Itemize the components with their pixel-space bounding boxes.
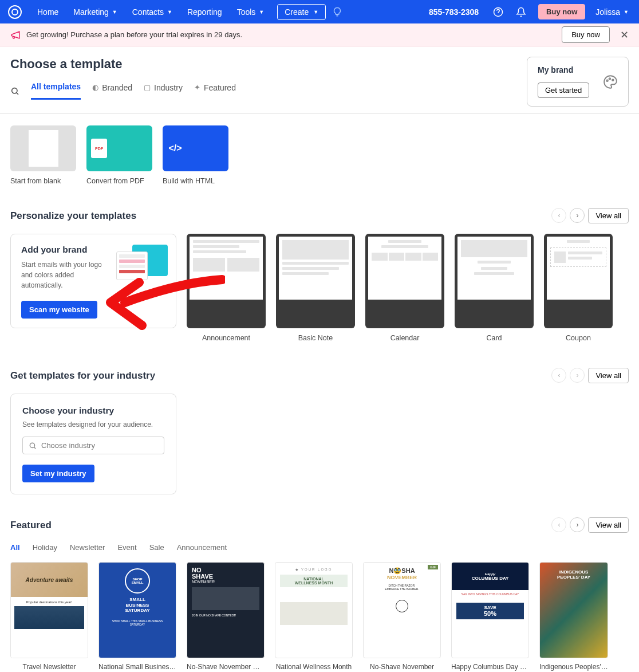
search-icon[interactable] (10, 87, 19, 96)
prev-button[interactable]: ‹ (551, 208, 566, 223)
feat-noshave-news[interactable]: NOSHAVENOVEMBERJOIN OUR NO SHAVE CONTEST… (187, 562, 265, 671)
phone-number: 855-783-2308 (429, 7, 479, 17)
template-label: Basic Note (276, 334, 355, 342)
feat-label: National Small Business S... (98, 663, 176, 671)
ftab-all[interactable]: All (10, 543, 20, 552)
blank-thumb (10, 125, 76, 171)
chevron-down-icon: ▼ (259, 9, 264, 15)
tab-featured[interactable]: ✦Featured (194, 83, 236, 99)
build-html-card[interactable]: </> Build with HTML (163, 125, 228, 185)
idea-icon[interactable] (328, 3, 346, 21)
next-button[interactable]: › (570, 368, 585, 383)
trial-text: Get growing! Purchase a plan before your… (26, 30, 242, 39)
industry-input[interactable] (41, 441, 158, 450)
ftab-sale[interactable]: Sale (149, 543, 164, 552)
bell-icon[interactable] (512, 3, 530, 21)
my-brand-box: My brand Get started (527, 57, 629, 107)
ftab-announcement[interactable]: Announcement (177, 543, 227, 552)
view-all-button[interactable]: View all (588, 517, 629, 533)
start-blank-card[interactable]: Start from blank (10, 125, 76, 185)
buy-now-button[interactable]: Buy now (538, 4, 585, 19)
feat-label: National Wellness Month (275, 663, 353, 671)
feat-travel[interactable]: Adventure awaitsPopular destinations thi… (10, 562, 88, 671)
search-icon (29, 442, 37, 450)
personalize-row: Add your brand Start emails with your lo… (10, 234, 629, 342)
trial-buy-button[interactable]: Buy now (562, 26, 610, 43)
brand-illustration (116, 242, 168, 282)
chevron-down-icon: ▼ (167, 9, 172, 15)
html-thumb: </> (163, 125, 228, 171)
prev-button[interactable]: ‹ (551, 368, 566, 383)
prev-button[interactable]: ‹ (551, 517, 566, 532)
featured-heading: Featured (10, 520, 551, 531)
template-calendar[interactable]: Calendar (365, 234, 444, 342)
set-industry-button[interactable]: Set my industry (22, 465, 94, 482)
template-label: Card (455, 334, 534, 342)
industry-desc: See templates designed for your audience… (22, 421, 164, 429)
industry-icon: ▢ (144, 83, 151, 92)
feat-indigenous[interactable]: INDIGENOUSPEOPLES' DAY Indigenous People… (539, 562, 608, 671)
feat-small-biz[interactable]: SHOPSMALLSMALLBUSINESSSATURDAYSHOP SMALL… (98, 562, 176, 671)
nav-reporting[interactable]: Reporting (180, 7, 230, 17)
page-title: Choose a template (10, 57, 527, 72)
add-brand-card: Add your brand Start emails with your lo… (10, 234, 176, 328)
svg-point-1 (12, 88, 17, 93)
feat-label: Happy Columbus Day USA (451, 663, 529, 671)
next-button[interactable]: › (570, 517, 585, 532)
template-card[interactable]: Card (455, 234, 534, 342)
template-announcement[interactable]: Announcement (187, 234, 266, 342)
tab-branded[interactable]: ◐Branded (92, 83, 132, 99)
feat-label: No-Shave November (363, 663, 441, 671)
feat-label: Travel Newsletter (10, 663, 88, 671)
starter-row: Start from blank PDF Convert from PDF </… (10, 125, 629, 185)
view-all-button[interactable]: View all (588, 368, 629, 383)
get-started-button[interactable]: Get started (538, 82, 589, 98)
megaphone-icon (10, 30, 21, 40)
template-basic-note[interactable]: Basic Note (276, 234, 355, 342)
industry-input-wrap[interactable] (22, 437, 164, 454)
scan-website-button[interactable]: Scan my website (21, 301, 97, 319)
nav-marketing[interactable]: Marketing▼ (66, 7, 124, 17)
brand-logo-icon[interactable] (8, 5, 22, 19)
top-nav: Home Marketing▼ Contacts▼ Reporting Tool… (0, 0, 639, 23)
ftab-event[interactable]: Event (117, 543, 136, 552)
feat-noshave[interactable]: GIFN🥸SHANOVEMBERDITCH THE RAZOR.EMBRACE … (363, 562, 441, 671)
feat-columbus[interactable]: HappyCOLUMBUS DAYSAIL INTO SAVINGS THIS … (451, 562, 529, 671)
close-icon[interactable]: ✕ (620, 29, 629, 41)
tab-industry[interactable]: ▢Industry (144, 83, 183, 99)
nav-contacts[interactable]: Contacts▼ (125, 7, 180, 17)
palette-icon (603, 74, 618, 89)
convert-pdf-card[interactable]: PDF Convert from PDF (86, 125, 152, 185)
user-menu[interactable]: Jolissa▼ (591, 7, 633, 17)
branded-icon: ◐ (92, 83, 98, 92)
my-brand-title: My brand (538, 65, 595, 74)
template-label: Calendar (365, 334, 444, 342)
featured-row: Adventure awaitsPopular destinations thi… (10, 562, 629, 671)
template-label: Announcement (187, 334, 266, 342)
page-header: Choose a template All templates ◐Branded… (0, 46, 639, 114)
svg-point-5 (30, 443, 34, 447)
next-button[interactable]: › (570, 208, 585, 223)
industry-heading: Get templates for your industry (10, 370, 551, 382)
industry-header: Get templates for your industry ‹ › View… (10, 368, 629, 383)
svg-point-4 (612, 79, 614, 81)
personalize-heading: Personalize your templates (10, 210, 551, 222)
tab-all-templates[interactable]: All templates (31, 82, 81, 100)
featured-header: Featured ‹ › View all (10, 517, 629, 533)
ftab-holiday[interactable]: Holiday (33, 543, 57, 552)
help-icon[interactable] (489, 3, 507, 21)
svg-point-3 (609, 78, 611, 80)
chevron-down-icon: ▼ (313, 9, 318, 15)
feat-wellness[interactable]: ◆ YOUR LOGONATIONALWELLNESS MONTH Nation… (275, 562, 353, 671)
template-tabs: All templates ◐Branded ▢Industry ✦Featur… (10, 82, 527, 100)
template-coupon[interactable]: Coupon (544, 234, 613, 342)
view-all-button[interactable]: View all (588, 208, 629, 223)
ftab-newsletter[interactable]: Newsletter (70, 543, 105, 552)
build-html-label: Build with HTML (163, 177, 228, 185)
nav-tools[interactable]: Tools▼ (230, 7, 272, 17)
nav-home[interactable]: Home (30, 7, 66, 17)
create-button[interactable]: Create▼ (277, 4, 326, 20)
feat-label: No-Shave November New... (187, 663, 265, 671)
convert-pdf-label: Convert from PDF (86, 177, 152, 185)
template-label: Coupon (544, 334, 613, 342)
